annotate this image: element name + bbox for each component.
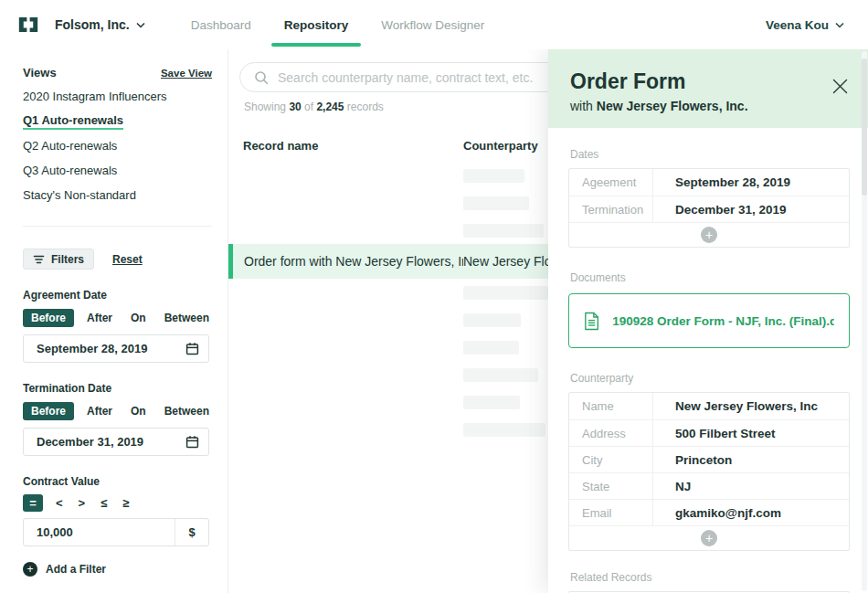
agreement-mode-between[interactable]: Between: [159, 309, 215, 327]
field-value: gkamiko@njf.com: [653, 500, 781, 525]
date-row-termination[interactable]: Termination December 31, 2019: [569, 196, 849, 222]
agreement-date-label: Agreement Date: [23, 289, 212, 302]
save-view-link[interactable]: Save View: [161, 68, 212, 79]
record-detail-panel: Order Form with New Jersey Flowers, Inc.…: [548, 49, 868, 593]
field-value: 500 Filbert Street: [653, 420, 776, 446]
counterparty-row-email[interactable]: Email gkamiko@njf.com: [569, 499, 849, 525]
record-company: New Jersey Flowers, Inc.: [597, 99, 748, 113]
add-filter-button[interactable]: + Add a Filter: [23, 562, 212, 577]
view-item-q3-auto-renewals[interactable]: Q3 Auto-renewals: [23, 158, 212, 183]
counterparty-row-name[interactable]: Name New Jersey Flowers, Inc: [569, 393, 849, 419]
operator-equals[interactable]: =: [23, 494, 43, 512]
org-switcher[interactable]: Folsom, Inc.: [55, 17, 145, 32]
operator-greater-than[interactable]: >: [76, 495, 89, 511]
field-label: Name: [569, 393, 653, 419]
chevron-down-icon: [136, 22, 145, 28]
counterparty-section-label: Counterparty: [570, 372, 850, 385]
termination-mode-before[interactable]: Before: [23, 402, 74, 420]
add-counterparty-field-button[interactable]: +: [569, 525, 849, 550]
shown-count: 30: [289, 101, 301, 113]
column-record-name: Record name: [243, 139, 463, 153]
calendar-icon: [185, 342, 199, 355]
tab-workflow-designer[interactable]: Workflow Designer: [365, 0, 501, 49]
column-counterparty: Counterparty: [463, 139, 538, 153]
contract-value-label: Contract Value: [23, 475, 212, 488]
termination-date-label: Termination Date: [23, 382, 212, 395]
skeleton-bar: [463, 196, 529, 210]
skeleton-bar: [463, 396, 520, 409]
org-name: Folsom, Inc.: [55, 17, 130, 32]
contract-value-amount: 10,000: [24, 519, 175, 545]
termination-mode-between[interactable]: Between: [159, 402, 215, 420]
view-item-q2-auto-renewals[interactable]: Q2 Auto-renewals: [23, 133, 212, 158]
plus-icon: +: [23, 562, 37, 577]
operator-less-than[interactable]: <: [53, 495, 66, 511]
document-file-name: 190928 Order Form - NJF, Inc. (Final).do…: [612, 314, 834, 328]
dates-section-label: Dates: [570, 148, 850, 161]
termination-date-input[interactable]: December 31, 2019: [23, 428, 209, 456]
operator-greater-equal[interactable]: ≥: [120, 495, 132, 511]
view-item-q1-auto-renewals[interactable]: Q1 Auto-renewals: [23, 109, 212, 133]
total-count: 2,245: [316, 101, 344, 113]
user-name: Veena Kou: [766, 18, 829, 32]
view-item-2020-instagram-influencers[interactable]: 2020 Instagram Influencers: [23, 84, 212, 109]
plus-icon: +: [701, 227, 717, 243]
view-item-stacys-non-standard[interactable]: Stacy's Non-standard: [23, 183, 212, 207]
field-label: Termination: [569, 196, 653, 222]
dates-table: Ageement September 28, 2019 Termination …: [568, 168, 850, 248]
filters-sidebar: Views Save View 2020 Instagram Influence…: [0, 49, 228, 593]
agreement-date-mode-tabs: Before After On Between: [23, 309, 212, 327]
scrollbar-thumb[interactable]: [862, 58, 867, 196]
chevron-down-icon: [835, 22, 844, 28]
agreement-mode-on[interactable]: On: [125, 309, 152, 327]
skeleton-bar: [463, 423, 545, 437]
filters-button[interactable]: Filters: [23, 249, 94, 270]
agreement-date-value: September 28, 2019: [37, 342, 147, 355]
field-value: Princeton: [653, 447, 732, 472]
tab-dashboard[interactable]: Dashboard: [175, 0, 268, 49]
skeleton-bar: [463, 313, 521, 327]
skeleton-bar: [463, 169, 524, 183]
skeleton-bar: [463, 224, 544, 238]
field-label: City: [569, 447, 653, 472]
currency-symbol: $: [175, 519, 208, 545]
field-label: Email: [569, 500, 653, 525]
termination-mode-after[interactable]: After: [81, 402, 118, 420]
record-subtitle: with New Jersey Flowers, Inc.: [570, 99, 846, 113]
agreement-mode-after[interactable]: After: [81, 309, 118, 327]
counterparty-row-state[interactable]: State NJ: [569, 472, 849, 499]
termination-date-mode-tabs: Before After On Between: [23, 402, 212, 420]
panel-scrollbar[interactable]: [862, 51, 867, 591]
document-item[interactable]: 190928 Order Form - NJF, Inc. (Final).do…: [568, 293, 850, 348]
operator-less-equal[interactable]: ≤: [98, 495, 110, 511]
views-heading: Views: [23, 66, 57, 79]
primary-tabs: Dashboard Repository Workflow Designer: [175, 0, 502, 49]
document-icon: [584, 311, 599, 332]
tab-repository[interactable]: Repository: [268, 0, 365, 49]
related-records-section-label: Related Records: [570, 571, 850, 584]
field-value: NJ: [653, 473, 691, 499]
termination-mode-on[interactable]: On: [125, 402, 152, 420]
contract-value-operators: = < > ≤ ≥: [23, 494, 212, 512]
contract-value-input[interactable]: 10,000 $: [23, 518, 209, 546]
close-panel-button[interactable]: [831, 77, 850, 96]
counterparty-row-city[interactable]: City Princeton: [569, 446, 849, 472]
reset-filters-link[interactable]: Reset: [112, 253, 143, 266]
agreement-date-input[interactable]: September 28, 2019: [23, 334, 209, 363]
top-navigation-bar: Folsom, Inc. Dashboard Repository Workfl…: [0, 0, 868, 49]
field-label: State: [569, 473, 653, 499]
saved-views-list: 2020 Instagram Influencers Q1 Auto-renew…: [23, 84, 212, 207]
date-row-agreement[interactable]: Ageement September 28, 2019: [569, 169, 849, 196]
user-menu[interactable]: Veena Kou: [766, 18, 844, 32]
field-value: December 31, 2019: [653, 196, 787, 222]
close-icon: [831, 77, 850, 96]
counterparty-row-address[interactable]: Address 500 Filbert Street: [569, 419, 849, 446]
add-date-button[interactable]: +: [569, 222, 849, 247]
plus-icon: +: [701, 530, 717, 546]
record-name-cell: Order form with New Jersey Flowers, Inc.: [233, 254, 463, 269]
skeleton-bar: [463, 368, 538, 382]
agreement-mode-before[interactable]: Before: [23, 309, 74, 327]
app-logo-icon[interactable]: [15, 11, 42, 38]
filter-icon: [33, 254, 45, 265]
field-value: September 28, 2019: [653, 169, 790, 196]
